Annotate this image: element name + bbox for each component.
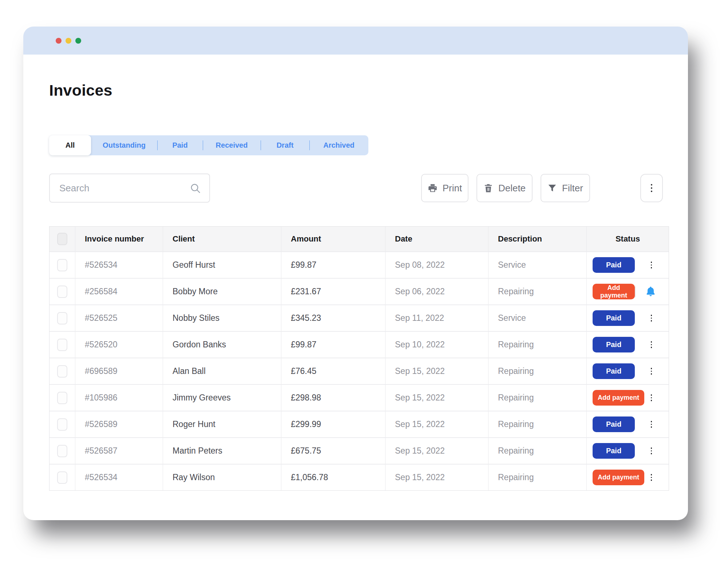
search-icon <box>190 183 201 194</box>
invoice-number-cell: #526520 <box>75 332 163 358</box>
tab-outstanding[interactable]: Outstanding <box>91 135 157 155</box>
tab-label: Received <box>216 141 248 150</box>
tab-paid[interactable]: Paid <box>157 135 203 155</box>
invoice-number-cell: #105986 <box>75 385 163 411</box>
close-window-button[interactable] <box>56 38 62 44</box>
client-cell: Ray Wilson <box>163 465 281 490</box>
status-button[interactable]: Paid <box>593 310 635 326</box>
tab-all[interactable]: All <box>49 135 91 155</box>
status-button[interactable]: Paid <box>593 257 635 273</box>
description-cell: Repairing <box>488 411 587 437</box>
tab-received[interactable]: Received <box>203 135 261 155</box>
column-header-invoice-number: Invoice number <box>75 227 163 251</box>
table-row: #256584 Bobby More £231.67 Sep 06, 2022 … <box>50 278 669 304</box>
kebab-menu-icon <box>651 184 652 186</box>
toolbar-row: Print Delete Filter <box>49 174 669 203</box>
app-window: Invoices All Outstanding Paid Received D… <box>23 27 688 520</box>
status-button[interactable]: Add payment <box>593 470 644 485</box>
row-checkbox[interactable] <box>57 365 67 378</box>
row-menu-kebab-icon[interactable] <box>649 366 654 377</box>
printer-icon <box>428 183 438 193</box>
status-button[interactable]: Paid <box>593 443 635 459</box>
status-cell: Paid <box>587 252 669 278</box>
row-checkbox-cell <box>50 305 75 331</box>
column-header-description: Description <box>488 227 587 251</box>
amount-cell: £231.67 <box>281 279 385 304</box>
invoice-number-cell: #526587 <box>75 438 163 464</box>
row-checkbox-cell <box>50 252 75 278</box>
row-checkbox-cell <box>50 411 75 437</box>
status-button[interactable]: Add payment <box>593 390 644 406</box>
description-cell: Repairing <box>488 438 587 464</box>
table-row: #526589 Roger Hunt £299.99 Sep 15, 2022 … <box>50 411 669 437</box>
status-button[interactable]: Paid <box>593 363 635 379</box>
invoices-table: Invoice number Client Amount Date Descri… <box>49 226 669 491</box>
status-cell: Paid <box>587 438 669 464</box>
tab-label: Outstanding <box>103 141 146 150</box>
date-cell: Sep 15, 2022 <box>385 411 488 437</box>
window-titlebar <box>23 27 688 55</box>
amount-cell: £299.99 <box>281 411 385 437</box>
row-checkbox[interactable] <box>57 312 67 324</box>
table-row: #526520 Gordon Banks £99.87 Sep 10, 2022… <box>50 331 669 358</box>
status-button[interactable]: Paid <box>593 416 635 432</box>
maximize-window-button[interactable] <box>75 38 81 44</box>
invoice-number-cell: #256584 <box>75 279 163 304</box>
amount-cell: £675.75 <box>281 438 385 464</box>
page-title: Invoices <box>49 81 669 100</box>
status-button[interactable]: Paid <box>593 337 635 352</box>
row-checkbox[interactable] <box>57 418 67 431</box>
status-cell: Add payment <box>587 279 671 304</box>
invoice-number-cell: #696589 <box>75 358 163 384</box>
row-menu-kebab-icon[interactable] <box>649 339 654 350</box>
row-checkbox[interactable] <box>57 445 67 457</box>
row-menu-kebab-icon[interactable] <box>649 312 654 324</box>
search-input[interactable] <box>49 174 210 203</box>
toolbar-actions: Print Delete Filter <box>421 174 669 202</box>
row-menu-kebab-icon[interactable] <box>649 445 654 457</box>
description-cell: Repairing <box>488 358 587 384</box>
filter-button[interactable]: Filter <box>541 174 590 202</box>
table-row: #526534 Ray Wilson £1,056.78 Sep 15, 202… <box>50 464 669 490</box>
client-cell: Alan Ball <box>163 358 281 384</box>
notification-bell-wrap <box>635 286 656 298</box>
date-cell: Sep 06, 2022 <box>385 279 488 304</box>
delete-button[interactable]: Delete <box>476 174 533 202</box>
row-checkbox[interactable] <box>57 471 67 484</box>
amount-cell: £99.87 <box>281 252 385 278</box>
row-checkbox[interactable] <box>57 286 67 298</box>
row-trailing <box>649 339 654 350</box>
column-header-status: Status <box>587 227 669 251</box>
row-checkbox[interactable] <box>57 339 67 351</box>
date-cell: Sep 15, 2022 <box>385 465 488 490</box>
amount-cell: £345.23 <box>281 305 385 331</box>
row-checkbox[interactable] <box>57 392 67 404</box>
row-menu-kebab-icon[interactable] <box>649 392 654 403</box>
print-button[interactable]: Print <box>421 174 468 202</box>
amount-cell: £298.98 <box>281 385 385 411</box>
status-button[interactable]: Add payment <box>593 284 635 299</box>
client-cell: Bobby More <box>163 279 281 304</box>
row-menu-kebab-icon[interactable] <box>649 472 654 483</box>
more-options-button[interactable] <box>640 174 663 202</box>
table-row: #105986 Jimmy Greeves £298.98 Sep 15, 20… <box>50 384 669 411</box>
invoice-number-cell: #526589 <box>75 411 163 437</box>
bell-icon[interactable] <box>645 286 656 298</box>
select-all-checkbox[interactable] <box>57 233 67 245</box>
amount-cell: £1,056.78 <box>281 465 385 490</box>
minimize-window-button[interactable] <box>66 38 71 44</box>
tab-archived[interactable]: Archived <box>309 135 368 155</box>
row-menu-kebab-icon[interactable] <box>649 419 654 430</box>
row-checkbox-cell <box>50 385 75 411</box>
client-cell: Roger Hunt <box>163 411 281 437</box>
row-trailing <box>649 366 654 377</box>
tab-draft[interactable]: Draft <box>261 135 309 155</box>
search-box <box>49 174 210 203</box>
row-checkbox[interactable] <box>57 259 67 271</box>
row-menu-kebab-icon[interactable] <box>649 259 654 271</box>
invoice-number-cell: #526534 <box>75 465 163 490</box>
status-cell: Paid <box>587 358 669 384</box>
amount-cell: £76.45 <box>281 358 385 384</box>
filter-label: Filter <box>562 183 583 194</box>
main-content: Invoices All Outstanding Paid Received D… <box>23 81 688 491</box>
